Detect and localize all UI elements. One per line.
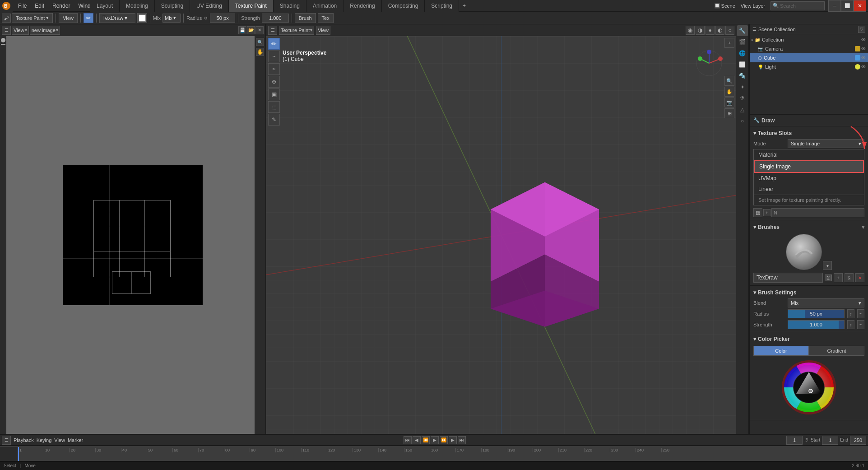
menu-edit[interactable]: Edit (31, 2, 48, 10)
radius-input[interactable]: 50 px (210, 14, 235, 23)
pencil-tool[interactable]: ✎ (268, 114, 280, 126)
smear-tool[interactable]: ≈ (268, 63, 280, 75)
material-preview[interactable]: ◐ (715, 26, 724, 35)
hand-btn[interactable]: ✋ (724, 87, 734, 97)
prev-keyframe-btn[interactable]: ◀ (413, 436, 421, 444)
marker-btn[interactable]: Marker (68, 437, 83, 443)
modifier-icon[interactable]: 🔩 (737, 70, 748, 81)
view-menu[interactable]: View (59, 13, 78, 23)
brush-new-btn[interactable]: + (834, 273, 843, 282)
brush-name-field[interactable]: TexDraw (753, 273, 823, 283)
menu-file[interactable]: File (14, 2, 30, 10)
outliner-cube[interactable]: ⬡ Cube 👁 (750, 53, 868, 62)
view-btn-timeline[interactable]: View (54, 437, 65, 443)
next-keyframe-btn[interactable]: ▶ (449, 436, 457, 444)
viewport-menu-icon[interactable]: ☰ (268, 26, 277, 35)
tex-btn[interactable]: Tex (318, 13, 334, 23)
tab-compositing[interactable]: Compositing (382, 0, 425, 12)
uv-close-icon[interactable]: ✕ (255, 26, 264, 34)
shading-icon[interactable]: ◑ (696, 26, 705, 35)
strength-input[interactable]: 1.000 (262, 14, 289, 23)
brush-btn[interactable]: Brush (295, 13, 316, 23)
brush-expand-btn[interactable]: ▾ (823, 234, 832, 270)
close-btn[interactable]: ✕ (854, 0, 866, 12)
zoom-in-btn[interactable]: + (724, 38, 734, 48)
collection-visibility[interactable]: 👁 (861, 37, 866, 42)
radius-jitter[interactable]: ~ (857, 309, 864, 318)
overlay-icon[interactable]: ◉ (686, 26, 695, 35)
tab-uv-editing[interactable]: UV Editing (190, 0, 229, 12)
uv-tool-2[interactable] (1, 44, 5, 45)
strength-jitter[interactable]: ~ (857, 320, 864, 329)
start-frame[interactable]: 1 (822, 436, 838, 445)
radius-use-pressure[interactable]: ↕ (847, 309, 854, 318)
render-preview[interactable]: ○ (725, 26, 734, 35)
dropdown-uvmap-item[interactable]: UVMap (754, 173, 864, 184)
cube-visibility[interactable]: 👁 (861, 55, 866, 60)
menu-render[interactable]: Render (49, 2, 74, 10)
tab-modeling[interactable]: Modeling (120, 0, 155, 12)
soften-tool[interactable]: ~ (268, 51, 280, 62)
current-frame[interactable]: 1 (786, 436, 803, 445)
keying-btn[interactable]: Keying (37, 437, 52, 443)
tool-settings-icon[interactable]: 🔧 (753, 117, 760, 123)
uv-tool-1[interactable] (1, 38, 5, 42)
tab-animation[interactable]: Animation (306, 0, 343, 12)
material-icon[interactable]: ○ (737, 116, 748, 126)
filter-icon[interactable]: ▽ (858, 26, 865, 33)
clone-tool[interactable]: ⊕ (268, 76, 280, 88)
brush-copy-btn[interactable]: ⎘ (845, 273, 854, 282)
texture-slots-header[interactable]: ▾ Texture Slots (750, 128, 868, 138)
new-image-label[interactable]: N (771, 208, 864, 217)
brush-delete-btn[interactable]: ✕ (855, 273, 864, 282)
maximize-btn[interactable]: ⬜ (841, 0, 854, 12)
color-swatch[interactable] (137, 13, 147, 23)
radius-slider[interactable]: 50 px (788, 309, 845, 318)
solid-shading[interactable]: ● (706, 26, 715, 35)
tab-shading[interactable]: Shading (274, 0, 306, 12)
draw-tool[interactable]: ✏ (84, 13, 93, 23)
view-menu-btn[interactable]: Texture Paint ▾ (279, 26, 314, 35)
outliner-collection[interactable]: ▸ 📁 Collection 👁 (750, 35, 868, 44)
tab-sculpting[interactable]: Sculpting (155, 0, 190, 12)
physics-icon[interactable]: ⚗ (737, 93, 748, 104)
uv-image-dropdown[interactable]: new image ▾ (30, 26, 60, 35)
dropdown-single-image-item[interactable]: Single Image (754, 160, 864, 173)
outliner-camera[interactable]: 📷 Camera 👁 (750, 44, 868, 53)
timeline-menu[interactable]: ☰ (2, 436, 11, 445)
prev-frame-btn[interactable]: ⏪ (422, 436, 430, 444)
strength-use-pressure[interactable]: ↕ (847, 320, 854, 329)
color-picker-header[interactable]: ▾ Color Picker (750, 334, 868, 344)
tab-scripting[interactable]: Scripting (425, 0, 459, 12)
color-tab[interactable]: Color (753, 346, 809, 356)
world-icon[interactable]: 🌐 (737, 48, 748, 59)
timeline-scrubber[interactable]: 1102030405060708090100110120130140150160… (0, 446, 868, 461)
light-visibility[interactable]: 👁 (861, 64, 866, 70)
object-data-icon[interactable]: △ (737, 104, 748, 115)
mask-tool[interactable]: ⬚ (268, 101, 280, 113)
brushes-header[interactable]: ▾ Brushes ▾ (750, 222, 868, 232)
mode-icon[interactable]: 🖌 (2, 14, 11, 23)
camera-visibility[interactable]: 👁 (861, 46, 866, 51)
camera-view-btn[interactable]: 📷 (724, 98, 734, 107)
uv-hand-icon[interactable]: ✋ (256, 48, 264, 56)
skip-start-btn[interactable]: ⏮ (404, 436, 412, 444)
play-btn[interactable]: ▶ (431, 436, 439, 444)
gradient-tab[interactable]: Gradient (809, 346, 864, 356)
active-tool-icon[interactable]: 🔧 (737, 25, 748, 36)
brushes-collapse[interactable]: ▾ (862, 224, 864, 230)
tab-layout[interactable]: Layout (90, 0, 120, 12)
end-frame[interactable]: 250 (850, 436, 866, 445)
new-image-btn[interactable]: + (763, 209, 771, 216)
minimize-btn[interactable]: − (828, 0, 841, 12)
uv-view-dropdown[interactable]: View▾ (12, 26, 29, 35)
image-picker-icon[interactable]: 🖼 (753, 208, 762, 217)
outliner-light[interactable]: 💡 Light 👁 (750, 62, 868, 71)
blend-dropdown-prop[interactable]: Mix ▾ (788, 298, 864, 307)
dropdown-linear-item[interactable]: Linear (754, 184, 864, 195)
brush-name-dropdown[interactable]: TexDraw ▾ (99, 13, 135, 23)
skip-end-btn[interactable]: ⏭ (458, 436, 466, 444)
tab-add[interactable]: + (459, 0, 469, 12)
scene-prop-icon[interactable]: 🎬 (737, 37, 748, 47)
particles-icon[interactable]: ✦ (737, 82, 748, 93)
